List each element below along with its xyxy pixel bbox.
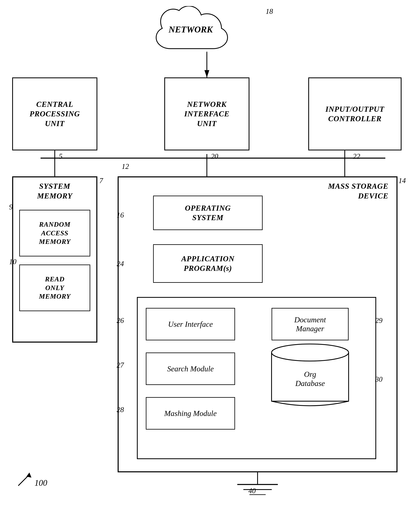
sm-label: Search Module [167, 364, 214, 373]
ref-16: 16 [117, 211, 124, 219]
ref-12: 12 [122, 162, 129, 171]
ref-28: 28 [117, 405, 124, 414]
user-interface-box: User Interface [146, 308, 235, 340]
ref-26: 26 [117, 316, 124, 325]
svg-text:Database: Database [295, 379, 325, 388]
mass-storage-label-container: MASS STORAGE DEVICE [328, 181, 388, 201]
ref-27: 27 [117, 361, 124, 369]
svg-point-15 [271, 344, 349, 361]
ref-10: 10 [9, 258, 16, 266]
ref-14: 14 [398, 176, 406, 185]
niu-box: NETWORK INTERFACE UNIT [164, 77, 249, 150]
io-label: INPUT/OUTPUT CONTROLLER [325, 104, 384, 124]
dm-label: Document Manager [294, 315, 326, 333]
cloud-svg: NETWORK [150, 6, 264, 53]
ref-40: 40 [248, 486, 256, 495]
ref-29: 29 [375, 316, 382, 325]
diagram: NETWORK 18 CENTRAL PROCESSING UNIT 5 NET… [0, 0, 420, 508]
ref-9: 9 [9, 203, 13, 211]
io-box: INPUT/OUTPUT CONTROLLER [308, 77, 402, 150]
ref-30: 30 [375, 375, 382, 383]
system-memory-box: SYSTEM MEMORY RANDOM ACCESS MEMORY READ … [12, 176, 97, 343]
ref-18: 18 [266, 7, 273, 16]
search-module-box: Search Module [146, 353, 235, 385]
mass-storage-label: MASS STORAGE DEVICE [328, 182, 388, 200]
ref-20: 20 [211, 152, 218, 161]
ram-box: RANDOM ACCESS MEMORY [19, 210, 90, 257]
ram-label: RANDOM ACCESS MEMORY [39, 220, 71, 246]
ref-22: 22 [353, 152, 360, 161]
app-box: APPLICATION PROGRAM(s) [153, 244, 263, 283]
niu-label: NETWORK INTERFACE UNIT [184, 100, 229, 129]
ui-label: User Interface [168, 320, 213, 329]
network-cloud: NETWORK [150, 6, 264, 53]
ref-100: 100 [35, 478, 47, 488]
mashing-module-box: Mashing Module [146, 397, 235, 430]
mm-label: Mashing Module [164, 409, 217, 418]
app-programs-container: User Interface Document Manager Search M… [137, 297, 376, 459]
ref-24: 24 [117, 259, 124, 268]
ref-100-container: 100 [16, 471, 47, 488]
system-memory-label: SYSTEM MEMORY [37, 182, 72, 200]
cpu-label: CENTRAL PROCESSING UNIT [30, 100, 80, 129]
cpu-box: CENTRAL PROCESSING UNIT [12, 77, 97, 150]
org-database-svg: Org Database [268, 342, 353, 409]
ref-5: 5 [59, 152, 62, 161]
os-label: OPERATING SYSTEM [185, 203, 231, 223]
doc-manager-box: Document Manager [271, 308, 349, 340]
rom-box: READ ONLY MEMORY [19, 265, 90, 311]
svg-text:NETWORK: NETWORK [168, 24, 213, 35]
mass-storage-box: MASS STORAGE DEVICE OPERATING SYSTEM APP… [118, 176, 398, 472]
os-box: OPERATING SYSTEM [153, 196, 263, 230]
app-label: APPLICATION PROGRAM(s) [181, 254, 234, 273]
rom-label: READ ONLY MEMORY [39, 275, 71, 301]
ref-7: 7 [99, 176, 103, 185]
arrow-100-svg [16, 471, 32, 488]
svg-text:Org: Org [304, 370, 316, 378]
org-database-container: Org Database [268, 342, 353, 409]
